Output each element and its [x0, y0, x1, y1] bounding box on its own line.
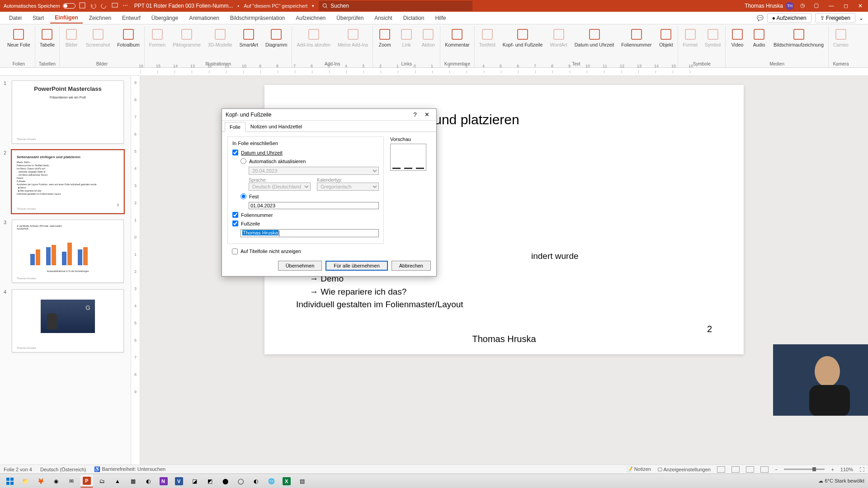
slide-indicator: Folie 2 von 4: [4, 467, 32, 472]
fixed-radio[interactable]: Fest: [241, 193, 379, 199]
comments-icon[interactable]: 💬: [757, 15, 764, 21]
tab-animationen[interactable]: Animationen: [184, 13, 224, 23]
app-icon-4[interactable]: ◪: [188, 475, 201, 488]
slidenumber-checkbox[interactable]: Foliennummer: [232, 212, 379, 218]
footer-checkbox[interactable]: Fußzeile: [232, 221, 379, 226]
weather-widget[interactable]: ☁ 6°C Stark bewölkt: [818, 478, 864, 484]
ribbon-kommentar[interactable]: Kommentar: [443, 26, 471, 49]
maximize-icon[interactable]: ◻: [842, 2, 850, 10]
fit-icon[interactable]: ⛶: [859, 467, 864, 472]
ribbon-datum-und-uhrzeit[interactable]: Datum und Uhrzeit: [573, 26, 616, 49]
minimize-icon[interactable]: —: [827, 2, 835, 10]
share-button[interactable]: ⇪ Freigeben: [815, 13, 855, 23]
chrome-icon[interactable]: ◉: [50, 475, 62, 488]
tab-überprüfen[interactable]: Überprüfen: [332, 13, 368, 23]
search-box[interactable]: Suchen: [319, 1, 472, 11]
autosave-toggle[interactable]: Automatisches Speichern: [4, 3, 75, 9]
dialog-tab-1[interactable]: Notizen und Handzettel: [245, 122, 307, 131]
excel-icon[interactable]: X: [280, 475, 293, 488]
tab-übergänge[interactable]: Übergänge: [147, 13, 183, 23]
ribbon-tabelle[interactable]: Tabelle: [38, 26, 57, 49]
explorer-icon[interactable]: 📁: [19, 475, 32, 488]
ribbon-diagramm[interactable]: Diagramm: [264, 26, 289, 49]
app-icon-6[interactable]: ◯: [234, 475, 247, 488]
tab-bildschirmpräsentation[interactable]: Bildschirmpräsentation: [226, 13, 289, 23]
app-icon[interactable]: 🗂: [96, 475, 108, 488]
language-indicator[interactable]: Deutsch (Österreich): [40, 467, 86, 472]
obs-icon[interactable]: ⬤: [219, 475, 231, 488]
firefox-icon[interactable]: 🦊: [34, 475, 47, 488]
tab-dictation[interactable]: Dictation: [399, 13, 429, 23]
close-icon[interactable]: ✕: [856, 2, 864, 10]
dialog-help-icon[interactable]: ?: [409, 110, 421, 120]
thumbnail-4[interactable]: GThomas Hruska: [12, 289, 124, 352]
slide-thumbnails[interactable]: 1PowerPoint MasterclassPräsentieren wie …: [0, 76, 131, 465]
normal-view-icon[interactable]: [717, 466, 725, 473]
tab-einfügen[interactable]: Einfügen: [50, 13, 82, 23]
footer-input[interactable]: Thomas Hruska: [241, 229, 379, 237]
notes-button[interactable]: 📝 Notizen: [627, 466, 651, 472]
start-icon[interactable]: [4, 475, 16, 488]
ribbon-bildschirmaufzeichnung[interactable]: Bildschirmaufzeichnung: [772, 26, 826, 49]
user-menu[interactable]: Thomas Hruska TH: [745, 2, 794, 10]
record-button[interactable]: ● Aufzeichnen: [767, 13, 811, 23]
auto-radio[interactable]: Automatisch aktualisieren: [241, 158, 379, 164]
thumbnail-2[interactable]: Seitenanzahl einfügen und platzieren#hac…: [12, 150, 124, 213]
vlc-icon[interactable]: ▲: [111, 475, 124, 488]
svg-rect-9: [152, 29, 162, 39]
reading-view-icon[interactable]: [746, 466, 754, 473]
date-checkbox[interactable]: Datum und Uhrzeit: [232, 150, 379, 155]
redo-icon[interactable]: [101, 2, 108, 9]
ribbon-objekt[interactable]: Objekt: [657, 26, 675, 49]
visio-icon[interactable]: V: [173, 475, 185, 488]
powerpoint-icon[interactable]: P: [80, 475, 93, 488]
app-icon-3[interactable]: ◐: [142, 475, 155, 488]
app-icon-7[interactable]: ◐: [250, 475, 262, 488]
ribbon-zoom[interactable]: Zoom: [376, 26, 394, 49]
app-icon-5[interactable]: ◩: [203, 475, 216, 488]
cancel-button[interactable]: Abbrechen: [392, 261, 431, 271]
tab-ansicht[interactable]: Ansicht: [370, 13, 396, 23]
ribbon-audio[interactable]: Audio: [750, 26, 768, 49]
slideshow-view-icon[interactable]: [760, 466, 769, 473]
sorter-view-icon[interactable]: [731, 466, 740, 473]
ribbon-mode-icon[interactable]: ▢: [814, 2, 821, 9]
dialog-tab-0[interactable]: Folie: [225, 122, 245, 132]
chevron-down-icon[interactable]: ⌄: [859, 15, 863, 21]
tab-start[interactable]: Start: [28, 13, 48, 23]
zoom-slider[interactable]: [784, 469, 825, 470]
tab-datei[interactable]: Datei: [5, 13, 26, 23]
not-on-title-checkbox[interactable]: Auf Titelfolie nicht anzeigen: [232, 249, 426, 254]
undo-icon[interactable]: [90, 2, 97, 9]
tab-entwurf[interactable]: Entwurf: [118, 13, 145, 23]
dialog-close-icon[interactable]: ✕: [421, 110, 433, 120]
display-settings[interactable]: 🖵 Anzeigeeinstellungen: [657, 467, 711, 472]
thumbnail-1[interactable]: PowerPoint MasterclassPräsentieren wie e…: [12, 80, 124, 144]
ribbon-foliennummer[interactable]: Foliennummer: [619, 26, 653, 49]
outlook-icon[interactable]: ✉: [65, 475, 78, 488]
app-icon-2[interactable]: ▦: [127, 475, 139, 488]
coming-soon-icon[interactable]: ◷: [800, 2, 807, 9]
fixed-date-input[interactable]: [249, 202, 379, 209]
apply-button[interactable]: Übernehmen: [278, 261, 322, 271]
apply-all-button[interactable]: Für alle übernehmen: [326, 261, 388, 271]
zoom-level[interactable]: 110%: [840, 467, 853, 472]
tab-zeichnen[interactable]: Zeichnen: [85, 13, 116, 23]
save-icon[interactable]: [79, 2, 86, 9]
tab-aufzeichnen[interactable]: Aufzeichnen: [291, 13, 330, 23]
ribbon-kopf-und-fu-zeile[interactable]: Kopf- und Fußzeile: [501, 26, 545, 49]
ribbon-3d-modelle: 3D-Modelle: [206, 26, 234, 49]
more-icon[interactable]: ⋯: [123, 2, 130, 9]
thumbnail-3[interactable]: 2 vertikale Achsen (Primär, sekundär)zus…: [12, 220, 124, 283]
ribbon-fotoalbum[interactable]: Fotoalbum: [115, 26, 142, 49]
app-icon-8[interactable]: ▤: [296, 475, 308, 488]
ribbon-video[interactable]: Video: [728, 26, 746, 49]
tab-hilfe[interactable]: Hilfe: [430, 13, 450, 23]
accessibility-check[interactable]: ♿ Barrierefreiheit: Untersuchen: [94, 466, 165, 472]
ribbon-neue-folie[interactable]: Neue Folie: [5, 26, 32, 49]
edge-icon[interactable]: 🌐: [265, 475, 278, 488]
onenote-icon[interactable]: N: [157, 475, 170, 488]
ribbon-smartart[interactable]: SmartArt: [238, 26, 260, 49]
ribbon-aktion: Aktion: [419, 26, 437, 49]
slideshow-icon[interactable]: [112, 2, 119, 9]
